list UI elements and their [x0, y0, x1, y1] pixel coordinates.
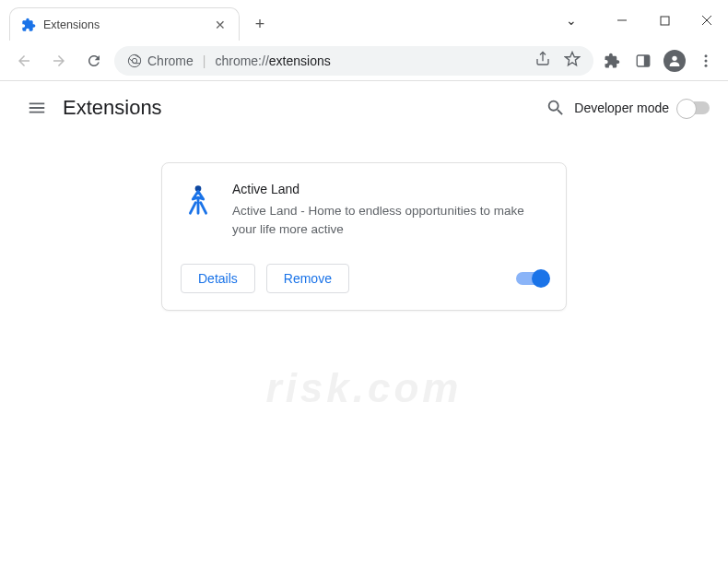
svg-point-12 — [672, 55, 676, 60]
extension-description: Active Land - Home to endless opportunit… — [232, 202, 547, 240]
chevron-down-icon[interactable]: ⌄ — [558, 13, 584, 28]
svg-line-7 — [129, 58, 135, 63]
window-controls: ⌄ — [558, 0, 728, 41]
developer-mode-label: Developer mode — [574, 101, 669, 115]
browser-tab-title: Extensions — [43, 18, 213, 31]
share-icon[interactable] — [534, 51, 551, 71]
svg-point-5 — [132, 58, 136, 63]
profile-avatar[interactable] — [662, 48, 687, 74]
site-info-button[interactable]: Chrome — [127, 53, 194, 68]
extension-enable-toggle[interactable] — [516, 272, 547, 285]
extensions-content: Active Land Active Land - Home to endles… — [0, 135, 728, 338]
page-title: Extensions — [63, 96, 162, 120]
kebab-menu-icon[interactable] — [693, 48, 719, 74]
maximize-button[interactable] — [643, 0, 686, 41]
browser-tab[interactable]: Extensions ✕ — [9, 7, 240, 41]
back-button[interactable] — [9, 46, 39, 76]
url-text: chrome://extensions — [215, 53, 330, 68]
side-panel-icon[interactable] — [630, 48, 656, 74]
omnibox-divider: | — [203, 53, 206, 68]
svg-point-13 — [705, 54, 708, 57]
svg-point-4 — [128, 54, 140, 66]
forward-button[interactable] — [44, 46, 74, 76]
extension-icon — [181, 182, 216, 217]
extension-name: Active Land — [232, 182, 547, 196]
site-secure-label: Chrome — [147, 53, 194, 68]
reload-button[interactable] — [79, 46, 109, 76]
new-tab-button[interactable]: + — [247, 11, 273, 37]
hamburger-menu-icon[interactable] — [18, 89, 55, 126]
puzzle-piece-icon — [21, 18, 36, 32]
browser-titlebar: Extensions ✕ + ⌄ — [0, 0, 728, 41]
address-bar[interactable]: Chrome | chrome://extensions — [114, 46, 593, 76]
minimize-button[interactable] — [601, 0, 643, 41]
details-button[interactable]: Details — [181, 264, 255, 293]
watermark-sub-text: risk.com — [266, 365, 463, 411]
chrome-icon — [127, 53, 142, 68]
close-icon[interactable]: ✕ — [213, 16, 228, 34]
developer-mode-toggle[interactable] — [678, 101, 710, 114]
browser-toolbar: Chrome | chrome://extensions — [0, 41, 728, 81]
extensions-page-header: Extensions Developer mode — [0, 81, 728, 135]
svg-point-15 — [705, 64, 708, 66]
extensions-toolbar-icon[interactable] — [599, 48, 625, 74]
close-window-button[interactable] — [686, 0, 728, 41]
remove-button[interactable]: Remove — [266, 264, 349, 293]
svg-point-14 — [705, 59, 708, 62]
search-icon[interactable] — [537, 89, 574, 126]
extension-card: Active Land Active Land - Home to endles… — [161, 162, 567, 311]
developer-mode-row: Developer mode — [574, 101, 710, 115]
bookmark-icon[interactable] — [564, 51, 581, 71]
svg-rect-1 — [661, 17, 669, 25]
svg-rect-11 — [645, 55, 650, 66]
